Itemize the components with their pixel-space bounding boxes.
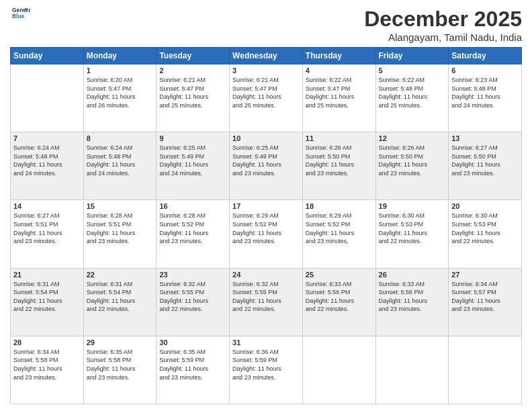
- table-row: 9Sunrise: 6:25 AM Sunset: 5:49 PM Daylig…: [157, 132, 230, 200]
- page: General Blue December 2025 Alangayam, Ta…: [0, 0, 532, 411]
- table-row: 2Sunrise: 6:21 AM Sunset: 5:47 PM Daylig…: [157, 64, 230, 132]
- day-number: 13: [451, 134, 519, 142]
- day-info: Sunrise: 6:21 AM Sunset: 5:47 PM Dayligh…: [159, 76, 226, 109]
- table-row: [11, 64, 84, 132]
- day-number: 11: [306, 134, 373, 142]
- table-row: 4Sunrise: 6:22 AM Sunset: 5:47 PM Daylig…: [302, 64, 375, 132]
- day-info: Sunrise: 6:35 AM Sunset: 5:59 PM Dayligh…: [159, 348, 226, 381]
- day-number: 15: [87, 202, 154, 210]
- month-title: December 2025: [364, 7, 522, 32]
- table-row: 21Sunrise: 6:31 AM Sunset: 5:54 PM Dayli…: [11, 268, 84, 336]
- day-number: 19: [379, 202, 446, 210]
- day-info: Sunrise: 6:33 AM Sunset: 5:56 PM Dayligh…: [379, 280, 446, 314]
- col-tuesday: Tuesday: [157, 48, 230, 64]
- day-info: Sunrise: 6:31 AM Sunset: 5:54 PM Dayligh…: [13, 280, 81, 314]
- day-info: Sunrise: 6:32 AM Sunset: 5:55 PM Dayligh…: [232, 280, 300, 314]
- day-info: Sunrise: 6:28 AM Sunset: 5:52 PM Dayligh…: [159, 212, 226, 245]
- table-row: 26Sunrise: 6:33 AM Sunset: 5:56 PM Dayli…: [375, 268, 449, 336]
- table-row: 10Sunrise: 6:25 AM Sunset: 5:49 PM Dayli…: [230, 132, 303, 200]
- day-number: 27: [451, 271, 519, 279]
- day-number: 5: [379, 66, 446, 75]
- table-row: 19Sunrise: 6:30 AM Sunset: 5:53 PM Dayli…: [375, 200, 449, 268]
- table-row: 8Sunrise: 6:24 AM Sunset: 5:48 PM Daylig…: [83, 132, 157, 200]
- svg-text:Blue: Blue: [12, 13, 25, 19]
- table-row: 25Sunrise: 6:33 AM Sunset: 5:56 PM Dayli…: [302, 268, 375, 336]
- day-info: Sunrise: 6:30 AM Sunset: 5:53 PM Dayligh…: [379, 212, 446, 245]
- table-row: 3Sunrise: 6:21 AM Sunset: 5:47 PM Daylig…: [230, 64, 303, 132]
- day-info: Sunrise: 6:27 AM Sunset: 5:50 PM Dayligh…: [451, 144, 519, 177]
- week-row-2: 7Sunrise: 6:24 AM Sunset: 5:48 PM Daylig…: [11, 132, 522, 200]
- location: Alangayam, Tamil Nadu, India: [364, 32, 522, 43]
- week-row-4: 21Sunrise: 6:31 AM Sunset: 5:54 PM Dayli…: [11, 268, 522, 336]
- day-number: 31: [232, 338, 300, 347]
- day-number: 17: [232, 202, 300, 210]
- col-monday: Monday: [83, 48, 157, 64]
- header: General Blue December 2025 Alangayam, Ta…: [10, 7, 522, 43]
- logo-icon: General Blue: [10, 7, 30, 19]
- day-info: Sunrise: 6:27 AM Sunset: 5:51 PM Dayligh…: [13, 212, 81, 245]
- table-row: 13Sunrise: 6:27 AM Sunset: 5:50 PM Dayli…: [449, 132, 522, 200]
- logo: General Blue: [10, 7, 30, 19]
- day-info: Sunrise: 6:28 AM Sunset: 5:51 PM Dayligh…: [87, 212, 154, 245]
- day-info: Sunrise: 6:24 AM Sunset: 5:48 PM Dayligh…: [87, 144, 154, 177]
- day-number: 20: [451, 202, 519, 210]
- table-row: 29Sunrise: 6:35 AM Sunset: 5:58 PM Dayli…: [83, 336, 157, 404]
- col-thursday: Thursday: [302, 48, 375, 64]
- table-row: 23Sunrise: 6:32 AM Sunset: 5:55 PM Dayli…: [157, 268, 230, 336]
- table-row: 6Sunrise: 6:23 AM Sunset: 5:48 PM Daylig…: [449, 64, 522, 132]
- day-number: 1: [87, 66, 154, 75]
- day-info: Sunrise: 6:20 AM Sunset: 5:47 PM Dayligh…: [87, 76, 154, 109]
- day-number: 7: [13, 134, 81, 142]
- table-row: 15Sunrise: 6:28 AM Sunset: 5:51 PM Dayli…: [83, 200, 157, 268]
- day-number: 23: [159, 271, 226, 279]
- table-row: 31Sunrise: 6:36 AM Sunset: 5:59 PM Dayli…: [230, 336, 303, 404]
- day-number: 2: [159, 66, 226, 75]
- day-number: 21: [13, 271, 81, 279]
- day-number: 24: [232, 271, 300, 279]
- day-number: 8: [87, 134, 154, 142]
- col-sunday: Sunday: [11, 48, 84, 64]
- day-info: Sunrise: 6:25 AM Sunset: 5:49 PM Dayligh…: [159, 144, 226, 177]
- day-info: Sunrise: 6:26 AM Sunset: 5:50 PM Dayligh…: [379, 144, 446, 177]
- day-info: Sunrise: 6:21 AM Sunset: 5:47 PM Dayligh…: [232, 76, 300, 109]
- col-friday: Friday: [375, 48, 449, 64]
- day-info: Sunrise: 6:31 AM Sunset: 5:54 PM Dayligh…: [87, 280, 154, 314]
- day-info: Sunrise: 6:25 AM Sunset: 5:49 PM Dayligh…: [232, 144, 300, 177]
- table-row: 24Sunrise: 6:32 AM Sunset: 5:55 PM Dayli…: [230, 268, 303, 336]
- table-row: 22Sunrise: 6:31 AM Sunset: 5:54 PM Dayli…: [83, 268, 157, 336]
- table-row: [375, 336, 449, 404]
- table-row: [302, 336, 375, 404]
- day-info: Sunrise: 6:32 AM Sunset: 5:55 PM Dayligh…: [159, 280, 226, 314]
- day-info: Sunrise: 6:24 AM Sunset: 5:48 PM Dayligh…: [13, 144, 81, 177]
- week-row-5: 28Sunrise: 6:34 AM Sunset: 5:58 PM Dayli…: [11, 336, 522, 404]
- day-number: 22: [87, 271, 154, 279]
- day-info: Sunrise: 6:35 AM Sunset: 5:58 PM Dayligh…: [87, 348, 154, 381]
- week-row-1: 1Sunrise: 6:20 AM Sunset: 5:47 PM Daylig…: [11, 64, 522, 132]
- table-row: [449, 336, 522, 404]
- table-row: 17Sunrise: 6:29 AM Sunset: 5:52 PM Dayli…: [230, 200, 303, 268]
- day-number: 30: [159, 338, 226, 347]
- calendar-table: Sunday Monday Tuesday Wednesday Thursday…: [10, 47, 522, 404]
- col-wednesday: Wednesday: [230, 48, 303, 64]
- table-row: 28Sunrise: 6:34 AM Sunset: 5:58 PM Dayli…: [11, 336, 84, 404]
- title-block: December 2025 Alangayam, Tamil Nadu, Ind…: [364, 7, 522, 43]
- week-row-3: 14Sunrise: 6:27 AM Sunset: 5:51 PM Dayli…: [11, 200, 522, 268]
- day-info: Sunrise: 6:33 AM Sunset: 5:56 PM Dayligh…: [306, 280, 373, 314]
- table-row: 27Sunrise: 6:34 AM Sunset: 5:57 PM Dayli…: [449, 268, 522, 336]
- day-info: Sunrise: 6:29 AM Sunset: 5:52 PM Dayligh…: [306, 212, 373, 245]
- day-info: Sunrise: 6:29 AM Sunset: 5:52 PM Dayligh…: [232, 212, 300, 245]
- day-number: 25: [306, 271, 373, 279]
- day-number: 16: [159, 202, 226, 210]
- table-row: 11Sunrise: 6:26 AM Sunset: 5:50 PM Dayli…: [302, 132, 375, 200]
- day-number: 6: [451, 66, 519, 75]
- day-number: 10: [232, 134, 300, 142]
- day-info: Sunrise: 6:34 AM Sunset: 5:57 PM Dayligh…: [451, 280, 519, 314]
- day-info: Sunrise: 6:30 AM Sunset: 5:53 PM Dayligh…: [451, 212, 519, 245]
- day-info: Sunrise: 6:22 AM Sunset: 5:47 PM Dayligh…: [306, 76, 373, 109]
- day-number: 28: [13, 338, 81, 347]
- day-number: 29: [87, 338, 154, 347]
- day-info: Sunrise: 6:26 AM Sunset: 5:50 PM Dayligh…: [306, 144, 373, 177]
- day-number: 18: [306, 202, 373, 210]
- day-number: 14: [13, 202, 81, 210]
- header-row: Sunday Monday Tuesday Wednesday Thursday…: [11, 48, 522, 64]
